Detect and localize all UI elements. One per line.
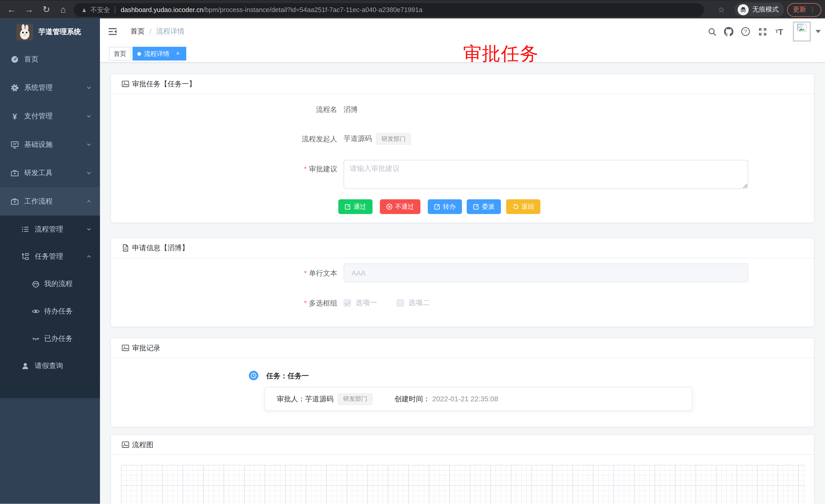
edit-icon: [345, 203, 351, 210]
approver-value: 芋道源码: [305, 394, 333, 404]
chevron-down-icon: [86, 85, 92, 91]
broken-image-icon: [797, 23, 807, 31]
button-label: 委派: [482, 202, 495, 211]
chevron-down-icon: [86, 170, 92, 176]
sidebar-item-payment[interactable]: ¥ 支付管理: [0, 102, 100, 131]
sidebar-item-process-manage[interactable]: 流程管理: [0, 216, 100, 243]
bpmn-canvas-grid[interactable]: [121, 465, 806, 504]
bookmark-star-icon[interactable]: ☆: [715, 1, 728, 19]
create-time-label: 创建时间：: [394, 394, 430, 404]
record-detail-box: 审批人： 芋道源码 研发部门 创建时间： 2022-01-21 22:35:08: [265, 387, 692, 411]
diagram-card-header: 流程图: [111, 435, 814, 455]
initiator-value: 芋道源码: [344, 134, 372, 144]
update-label: 更新: [793, 5, 806, 14]
list-icon: [21, 225, 29, 234]
delegate-button[interactable]: 委派: [467, 199, 501, 214]
navbar: 首页 / 流程详情 ? TT 审批任务: [100, 18, 825, 45]
chevron-up-icon: [86, 199, 92, 204]
tag-label: 首页: [114, 49, 126, 58]
reject-button[interactable]: 不通过: [380, 199, 421, 214]
navbar-actions: ? TT: [703, 18, 825, 45]
card-title: 申请信息【滔博】: [132, 243, 189, 253]
approve-button[interactable]: 通过: [338, 199, 372, 214]
sidebar: 芋道管理系统 首页 系统管理 ¥ 支付管理 基础设施 研发工具: [0, 18, 100, 504]
button-label: 不通过: [395, 202, 414, 211]
browser-home-icon[interactable]: ⌂: [56, 1, 70, 19]
approver-label: 审批人：: [277, 394, 305, 404]
checkbox-option2[interactable]: [396, 299, 404, 307]
timeline-clock-icon: [249, 371, 258, 380]
avatar-dropdown-caret-icon[interactable]: [816, 30, 821, 33]
sidebar-item-label: 已办任务: [44, 334, 73, 343]
search-icon[interactable]: [703, 18, 721, 45]
picture-icon: [122, 80, 129, 88]
hamburger-icon[interactable]: [108, 27, 117, 36]
browser-menu-kebab-icon[interactable]: ⋮: [810, 6, 816, 13]
checkbox-group: 选项一 选项二: [344, 297, 430, 309]
fullscreen-icon[interactable]: [754, 18, 771, 45]
advice-textarea[interactable]: [344, 160, 748, 189]
github-icon[interactable]: [720, 18, 737, 45]
avatar[interactable]: [793, 21, 811, 41]
address-bar[interactable]: ▲ 不安全 dashboard.yudao.iocoder.cn /bpm/pr…: [74, 3, 704, 17]
sidebar-item-my-process[interactable]: 我的流程: [0, 270, 100, 298]
address-divider: [115, 6, 115, 14]
font-size-icon[interactable]: TT: [771, 18, 788, 45]
button-label: 转办: [443, 202, 456, 211]
red-annotation-text: 审批任务: [463, 41, 539, 66]
text-field-label: 单行文本: [122, 269, 337, 278]
sidebar-item-todo-tasks[interactable]: 待办任务: [0, 298, 100, 325]
browser-forward-icon[interactable]: →: [21, 1, 36, 19]
tag-home[interactable]: 首页: [109, 47, 131, 61]
return-button[interactable]: 退回: [506, 199, 540, 214]
sidebar-item-leave-query[interactable]: 请假查询: [0, 352, 100, 380]
browser-update-button[interactable]: 更新 ⋮: [787, 3, 821, 16]
incognito-icon: [738, 4, 749, 15]
record-task-title: 任务：任务一: [266, 371, 309, 381]
tag-process-detail[interactable]: 流程详情 ×: [133, 47, 186, 61]
sidebar-item-task-manage[interactable]: 任务管理: [0, 243, 100, 270]
yen-icon: ¥: [10, 112, 19, 120]
checkbox-option1-label: 选项一: [356, 298, 377, 308]
sidebar-item-home[interactable]: 首页: [0, 45, 100, 74]
circle-close-icon: [386, 203, 392, 210]
url-domain: dashboard.yudao.iocoder.cn: [121, 6, 204, 14]
create-time-value: 2022-01-21 22:35:08: [432, 395, 498, 403]
sidebar-item-infrastructure[interactable]: 基础设施: [0, 131, 100, 159]
process-name-label: 流程名: [122, 105, 337, 115]
approver-dept-tag: 研发部门: [338, 393, 373, 405]
eye-icon: [31, 307, 40, 316]
breadcrumb-home[interactable]: 首页: [130, 27, 145, 36]
briefcase-icon: [10, 197, 19, 205]
app-logo-row[interactable]: 芋道管理系统: [0, 18, 100, 45]
help-icon[interactable]: ?: [737, 18, 754, 45]
refresh-left-icon: [512, 203, 519, 210]
sidebar-item-workflow[interactable]: 工作流程: [0, 187, 100, 216]
robot-face-icon: [31, 280, 40, 288]
picture-icon: [122, 344, 129, 352]
security-label: 不安全: [90, 6, 110, 15]
sidebar-item-label: 系统管理: [24, 83, 53, 92]
browser-reload-icon[interactable]: ↻: [39, 1, 54, 19]
transfer-button[interactable]: 转办: [428, 199, 462, 214]
card-title: 审批记录: [132, 343, 160, 353]
eye-closed-icon: [31, 334, 40, 343]
advice-label: 审批建议: [122, 165, 337, 174]
approval-buttons: 通过 不通过 转办 委派 退回: [338, 199, 540, 214]
sidebar-item-done-tasks[interactable]: 已办任务: [0, 325, 100, 352]
monitor-icon: [10, 140, 19, 149]
sidebar-item-label: 工作流程: [24, 197, 53, 206]
sidebar-item-devtools[interactable]: 研发工具: [0, 159, 100, 187]
sidebar-item-label: 支付管理: [24, 111, 53, 121]
tag-close-icon[interactable]: ×: [174, 50, 182, 57]
browser-back-icon[interactable]: ←: [4, 1, 19, 19]
sidebar-item-system[interactable]: 系统管理: [0, 74, 100, 102]
button-label: 通过: [354, 202, 366, 211]
checkbox-option1[interactable]: [344, 299, 351, 307]
sidebar-item-label: 请假查询: [35, 361, 63, 371]
sidebar-item-label: 研发工具: [24, 168, 53, 178]
dashboard-icon: [10, 55, 19, 64]
single-line-text-input[interactable]: [344, 263, 748, 282]
tags-view-bar: 首页 流程详情 ×: [100, 45, 825, 63]
card-title: 审批任务【任务一】: [132, 79, 196, 89]
